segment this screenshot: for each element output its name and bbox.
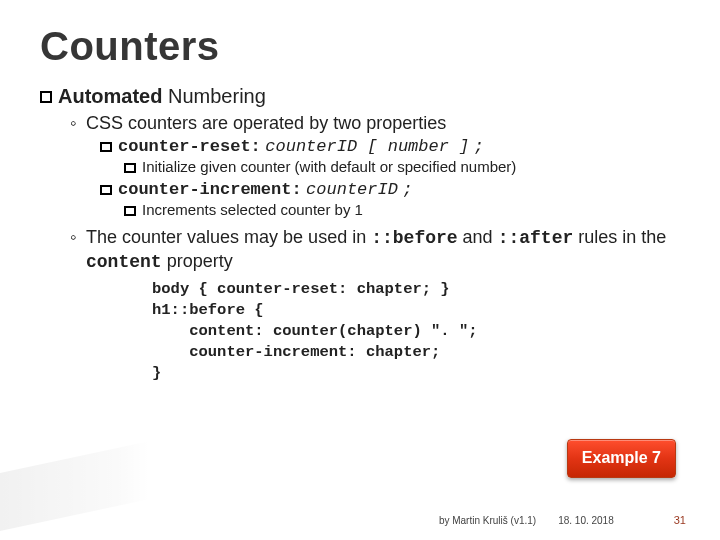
prop-1-tail: ;: [474, 137, 484, 156]
sub-bullet-icon: ◦: [70, 112, 82, 135]
prop-2-args: counterID: [306, 180, 398, 199]
square-bullet-icon: [100, 185, 112, 195]
bullet-2-pre: The counter values may be used in: [86, 227, 371, 247]
bullet-2-post: property: [162, 251, 233, 271]
square-bullet-icon: [124, 206, 136, 216]
bullet-2: ◦ The counter values may be used in ::be…: [70, 226, 686, 273]
footer: by Martin Kruliš (v1.1) 18. 10. 2018 31: [40, 514, 686, 526]
section-heading-strong: Automated: [58, 85, 162, 107]
bullet-1-text: CSS counters are operated by two propert…: [86, 112, 446, 135]
bullet-2-mid2: rules in the: [573, 227, 666, 247]
footer-date: 18. 10. 2018: [558, 515, 614, 526]
example-badge: Example 7: [567, 439, 676, 478]
prop-1-args: counterID [ number ]: [265, 137, 469, 156]
prop-2-desc: Increments selected counter by 1: [124, 201, 686, 220]
prop-1-name: counter-reset:: [118, 137, 261, 156]
bullet-2-mid: and: [458, 227, 498, 247]
prop-2-name: counter-increment:: [118, 180, 302, 199]
prop-2-desc-text: Increments selected counter by 1: [142, 201, 363, 220]
sub-bullet-icon: ◦: [70, 226, 82, 249]
bullet-2-text: The counter values may be used in ::befo…: [86, 226, 686, 273]
slide-title: Counters: [40, 24, 686, 69]
bullet-2-code-1: ::before: [371, 228, 457, 248]
square-bullet-icon: [124, 163, 136, 173]
footer-credit: by Martin Kruliš (v1.1): [439, 515, 536, 526]
footer-page-number: 31: [674, 514, 686, 526]
prop-1: counter-reset: counterID [ number ] ;: [100, 137, 686, 156]
prop-2: counter-increment: counterID ;: [100, 180, 686, 199]
square-bullet-icon: [40, 91, 52, 103]
bullet-1: ◦ CSS counters are operated by two prope…: [70, 112, 686, 135]
prop-1-desc: Initialize given counter (with default o…: [124, 158, 686, 177]
bullet-2-code-2: ::after: [498, 228, 574, 248]
square-bullet-icon: [100, 142, 112, 152]
section-heading-rest: Numbering: [168, 85, 266, 107]
prop-1-desc-text: Initialize given counter (with default o…: [142, 158, 516, 177]
section-heading: Automated Numbering: [40, 85, 686, 108]
code-example: body { counter-reset: chapter; } h1::bef…: [152, 279, 686, 384]
bullet-2-code-3: content: [86, 252, 162, 272]
prop-2-tail: ;: [402, 180, 412, 199]
